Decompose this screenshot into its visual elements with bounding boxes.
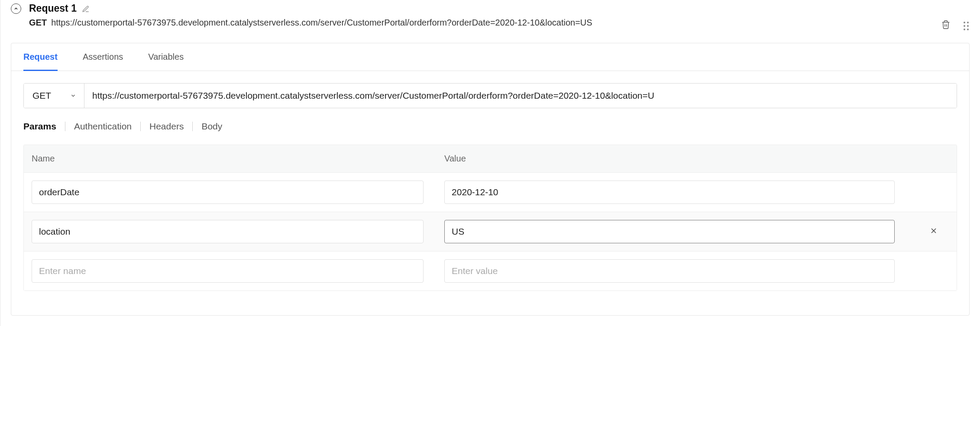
header-method-label: GET (29, 18, 47, 28)
table-row (24, 252, 957, 290)
tab-variables[interactable]: Variables (148, 43, 184, 71)
table-row (24, 173, 957, 212)
trash-icon (941, 20, 951, 29)
tab-assertions[interactable]: Assertions (83, 43, 123, 71)
delete-param-button[interactable] (929, 226, 938, 237)
delete-request-button[interactable] (941, 20, 951, 32)
request-subtabs: Params Authentication Headers Body (23, 121, 957, 132)
pencil-icon (82, 5, 90, 13)
chevron-down-icon (70, 93, 76, 99)
params-head-value: Value (444, 154, 919, 164)
main-tabs: Request Assertions Variables (11, 43, 969, 71)
collapse-toggle[interactable] (11, 3, 21, 14)
param-value-input[interactable] (444, 220, 895, 243)
table-row (24, 212, 957, 252)
subtab-authentication[interactable]: Authentication (65, 121, 140, 132)
param-name-input[interactable] (32, 220, 424, 243)
method-select-value: GET (32, 90, 51, 101)
chevron-up-icon (13, 6, 19, 11)
method-select[interactable]: GET (24, 84, 84, 108)
param-value-input[interactable] (444, 259, 895, 283)
request-title: Request 1 (29, 3, 77, 14)
edit-title-button[interactable] (82, 5, 90, 13)
param-name-input[interactable] (32, 259, 424, 283)
close-icon (929, 226, 938, 235)
subtab-headers[interactable]: Headers (141, 121, 192, 132)
params-table-header: Name Value (24, 145, 957, 173)
url-bar: GET (23, 83, 957, 108)
request-card: Request Assertions Variables GET Params … (11, 43, 970, 316)
param-value-input[interactable] (444, 181, 895, 204)
drag-handle[interactable] (963, 21, 970, 31)
subtab-params[interactable]: Params (23, 121, 65, 132)
params-head-name: Name (32, 154, 444, 164)
header-url-text: https://customerportal-57673975.developm… (51, 18, 592, 28)
request-header: Request 1 GET https://customerportal-576… (11, 0, 970, 32)
params-table: Name Value (23, 145, 957, 291)
subtab-body[interactable]: Body (193, 121, 231, 132)
tab-request[interactable]: Request (23, 43, 58, 71)
url-input[interactable] (84, 84, 957, 108)
param-name-input[interactable] (32, 181, 424, 204)
